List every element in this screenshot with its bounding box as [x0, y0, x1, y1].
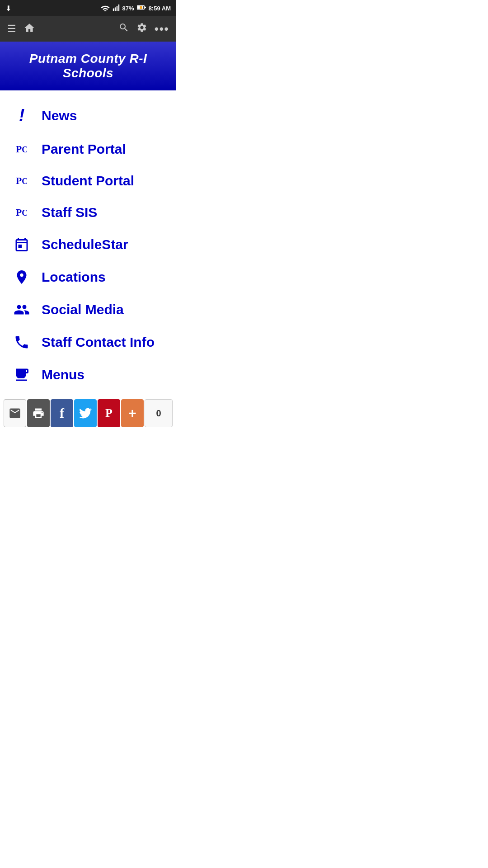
download-icon: ⬇ [5, 4, 11, 13]
menu-item-staff-contact[interactable]: Staff Contact Info [0, 326, 176, 359]
menus-icon [11, 367, 33, 383]
time-display: 8:59 AM [149, 5, 171, 12]
menu-icon[interactable]: ☰ [7, 23, 16, 35]
status-bar: ⬇ 87% 8:59 AM [0, 0, 176, 16]
staff-contact-icon [11, 334, 33, 350]
signal-icon [113, 4, 120, 13]
share-count: 0 [145, 399, 173, 427]
schedulestar-label: ScheduleStar [42, 237, 128, 252]
news-icon: ! [11, 106, 33, 125]
status-left: ⬇ [5, 4, 11, 13]
search-icon[interactable] [118, 22, 129, 36]
locations-label: Locations [42, 269, 106, 285]
toolbar: ☰ ••• [0, 16, 176, 42]
bottom-action-bar: f P + 0 [0, 391, 176, 438]
battery-percent: 87% [122, 5, 134, 12]
status-right: 87% 8:59 AM [101, 4, 171, 13]
facebook-button[interactable]: f [51, 399, 73, 427]
svg-rect-0 [113, 8, 113, 11]
toolbar-left: ☰ [7, 22, 35, 36]
svg-rect-7 [140, 6, 142, 9]
more-icon[interactable]: ••• [155, 22, 169, 36]
pinterest-button[interactable]: P [98, 399, 120, 427]
header-banner: Putnam County R-I Schools [0, 42, 176, 90]
social-media-label: Social Media [42, 302, 124, 317]
print-button[interactable] [27, 399, 50, 427]
menu-item-news[interactable]: ! News [0, 98, 176, 133]
parent-portal-label: Parent Portal [42, 142, 126, 157]
svg-rect-1 [114, 7, 115, 11]
wifi-icon [101, 4, 110, 13]
menu-item-staff-sis[interactable]: PC Staff SIS [0, 197, 176, 228]
app-title: Putnam County R-I Schools [7, 52, 169, 80]
home-icon[interactable] [23, 22, 35, 36]
settings-icon[interactable] [136, 22, 147, 36]
toolbar-right: ••• [118, 22, 169, 36]
schedulestar-icon [11, 236, 33, 253]
locations-icon [11, 269, 33, 285]
mail-button[interactable] [4, 399, 26, 427]
social-media-icon [11, 302, 33, 318]
student-portal-label: Student Portal [42, 173, 134, 189]
student-portal-icon: PC [11, 176, 33, 186]
staff-contact-label: Staff Contact Info [42, 335, 155, 350]
more-share-button[interactable]: + [121, 399, 144, 427]
parent-portal-icon: PC [11, 144, 33, 154]
svg-rect-3 [118, 4, 119, 10]
staff-sis-label: Staff SIS [42, 205, 97, 220]
news-label: News [42, 108, 77, 123]
staff-sis-icon: PC [11, 208, 33, 217]
battery-icon [137, 5, 146, 12]
menu-item-parent-portal[interactable]: PC Parent Portal [0, 133, 176, 165]
svg-rect-6 [145, 7, 146, 8]
menus-label: Menus [42, 367, 84, 382]
menu-list: ! News PC Parent Portal PC Student Porta… [0, 90, 176, 391]
menu-item-social-media[interactable]: Social Media [0, 293, 176, 326]
menu-item-menus[interactable]: Menus [0, 359, 176, 391]
svg-rect-2 [116, 6, 117, 11]
twitter-button[interactable] [74, 399, 97, 427]
menu-item-student-portal[interactable]: PC Student Portal [0, 165, 176, 197]
menu-item-schedulestar[interactable]: ScheduleStar [0, 228, 176, 261]
menu-item-locations[interactable]: Locations [0, 261, 176, 293]
